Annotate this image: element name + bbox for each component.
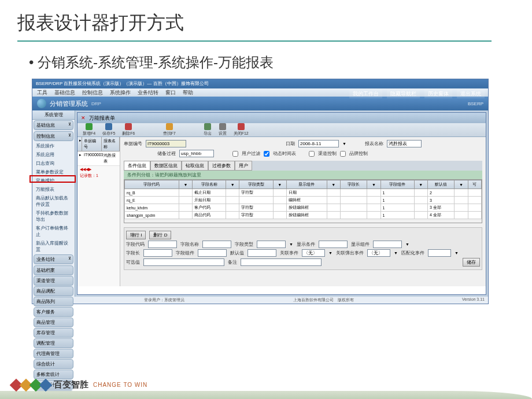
globe-icon (37, 99, 46, 108)
sidebar-item-ordermaint[interactable]: 定单维护 (32, 176, 75, 185)
section-alloc[interactable]: 商品调配 (34, 286, 73, 296)
table-row[interactable]: rq_B截止日期字符型日期12 (125, 189, 482, 197)
export-button[interactable]: 导出 (202, 123, 213, 137)
sidebar-item-newprod[interactable]: 新品入库提醒设置 (32, 239, 75, 254)
input-remark[interactable] (241, 258, 322, 266)
find-button[interactable]: 查找F7 (161, 123, 178, 137)
menu-sysop[interactable]: 系统操作 (110, 89, 131, 96)
table-row[interactable]: kehu_khdm客户代码字符型按钮编辑框13 全部 (125, 204, 482, 212)
chevron-down-icon: ⊻ (68, 256, 71, 261)
check-channel[interactable] (309, 151, 315, 157)
input-options[interactable] (143, 258, 224, 266)
group-baseinfo[interactable]: 基础信息⊻ (34, 120, 73, 130)
check-brand[interactable] (340, 151, 346, 157)
section-base[interactable]: 基础档案 (34, 265, 73, 275)
slide-footer: 百变智胜 CHANGE TO WIN (0, 367, 532, 399)
delrow-button[interactable]: 删行 D (149, 231, 171, 239)
store-button[interactable]: 储存 (463, 258, 480, 267)
tab-procparam[interactable]: 过程参数 (208, 161, 235, 171)
table-row[interactable]: rq_E开始日期编辑框13 (125, 197, 482, 204)
delete-button[interactable]: 删除F6 (120, 123, 136, 137)
close-tab-icon[interactable]: ✕ (81, 115, 86, 121)
tab-dataarea[interactable]: 数据区信息 (150, 161, 182, 171)
brand-suffix: BSERP (468, 101, 483, 106)
left-sidebar: 系统管理 基础信息⊻ 控制信息⊻ 系统操作 系统启用 日志查询 菜单参数设定 定… (32, 110, 75, 297)
label-date: 日期 (286, 141, 295, 147)
input-relevent[interactable] (302, 249, 325, 257)
group-bizclose[interactable]: 业务结转⊻ (34, 254, 73, 264)
link-exit[interactable]: 退出系统 (457, 90, 485, 98)
dropdown-icon[interactable]: ▼ (342, 142, 346, 146)
input-fieldcode[interactable] (148, 241, 177, 248)
input-fieldcomp[interactable] (198, 249, 227, 257)
status-bar: 登录用户：系统管理员 上海百胜软件有限公司 版权所有 Version 3.11 (32, 297, 488, 304)
link-hidenav[interactable]: 隐藏导航栏 (387, 90, 420, 98)
add-button[interactable]: 新增F4 (81, 123, 97, 137)
section-custsvc[interactable]: 客户服务 (34, 307, 73, 317)
tab-header: ✕ 万能报表单 (77, 113, 486, 123)
input-fieldname[interactable] (202, 241, 231, 248)
input-showcond[interactable] (319, 241, 348, 248)
section-channel[interactable]: 渠道管理 (34, 276, 73, 286)
brand-logo: 百变智胜 CHANGE TO WIN (12, 379, 147, 390)
breadcrumb-path: 分销系统-系统管理-系统操作-万能报表 (0, 42, 532, 79)
tab-user[interactable]: 用户 (235, 161, 252, 171)
app-window: BSERP/DRP 百胜服装分销系统（演示版）（演示版）— 百胜（中国）服饰有限… (32, 79, 489, 304)
input-default[interactable] (247, 249, 276, 257)
input-fieldlen[interactable] (143, 249, 172, 257)
sidebar-item-prodload[interactable]: 商品默认加载条件设置 (32, 194, 75, 209)
section-inventory[interactable]: 库存管理 (34, 328, 73, 338)
section-agent[interactable]: 代理商管理 (34, 349, 73, 359)
tab-condition[interactable]: 条件信息 (124, 161, 150, 171)
table-row[interactable]: shangpin_spdm商品代码字符型按钮编辑框14 全部 (125, 212, 482, 219)
sidebar-item-menuparam[interactable]: 菜单参数设定 (32, 168, 75, 176)
col-docno[interactable]: 单据编号 (82, 137, 102, 151)
addrow-button[interactable]: 增行 I (126, 231, 146, 239)
input-showcomp[interactable] (373, 241, 402, 248)
check-dynamictime[interactable] (264, 151, 269, 157)
menu-biz[interactable]: 业务结转 (138, 89, 158, 96)
input-sp[interactable] (179, 150, 214, 157)
sidebar-item-log[interactable]: 日志查询 (32, 159, 75, 168)
tab-drill[interactable]: 钻取信息 (182, 161, 208, 171)
section-display[interactable]: 商品陈列 (34, 297, 73, 306)
section-prodmgmt[interactable]: 商品管理 (34, 317, 73, 327)
sidebar-item-handheld[interactable]: 手持机参数数据导出 (32, 209, 75, 224)
close-button[interactable]: 关闭F12 (232, 123, 250, 137)
status-company: 上海百胜软件有限公司 版权所有 (293, 297, 354, 303)
top-right-links: 我的工作台 隐藏导航栏 历史窗体 退出系统 (349, 90, 485, 98)
input-fieldtype[interactable] (257, 241, 286, 248)
status-version: Version 3.11 (462, 297, 485, 303)
input-reportname[interactable] (387, 140, 422, 147)
menu-window[interactable]: 窗口 (165, 89, 176, 96)
menu-control[interactable]: 控制信息 (82, 89, 103, 96)
group-hint: 条件列分组：请把列标题拖放到这里 (124, 171, 482, 179)
group-controlinfo[interactable]: 控制信息⊻ (34, 131, 73, 141)
chevron-down-icon: ⊻ (68, 122, 71, 127)
input-relpopup[interactable] (367, 249, 390, 257)
sidebar-item-universalreport[interactable]: 万能报表 (32, 185, 75, 194)
input-docno[interactable] (146, 140, 186, 147)
sidebar-item-orderstop[interactable]: 客户订单销售终止 (32, 224, 75, 239)
sidebar-item-sysstart[interactable]: 系统启用 (32, 150, 75, 159)
sidebar-item-sysop[interactable]: 系统操作 (32, 142, 75, 150)
link-history[interactable]: 历史窗体 (424, 90, 452, 98)
menu-tools[interactable]: 工具 (37, 89, 47, 96)
settings-button[interactable]: 设置 (217, 123, 228, 137)
content-pane: ✕ 万能报表单 新增F4 保存F5 删除F6 查找F7 导出 设置 关闭F12 … (77, 112, 486, 295)
input-matchevent[interactable] (428, 249, 451, 257)
menu-base[interactable]: 基础信息 (54, 89, 75, 96)
section-allocmgmt[interactable]: 调配管理 (34, 338, 73, 348)
input-date[interactable] (298, 140, 339, 147)
link-workbench[interactable]: 我的工作台 (349, 90, 382, 98)
check-userfilter[interactable] (232, 151, 238, 157)
condition-grid[interactable]: 字段代码▼ 字段名称▼ 字段类型▼ 显示组件▼ 字段长▼ 字段组件▼ 默认值▼ … (124, 179, 482, 223)
detail-panel: 单据编号 日期 ▼ 报表名称 储备过程 (120, 137, 486, 286)
list-row[interactable]: ▸ IT9000003 鸿胜报表 (77, 152, 120, 166)
menu-help[interactable]: 帮助 (183, 89, 193, 96)
col-reportname[interactable]: 报表名称 (102, 137, 120, 151)
app-header: 分销管理系统 DRP BSERP (32, 97, 488, 110)
window-titlebar: BSERP/DRP 百胜服装分销系统（演示版）（演示版）— 百胜（中国）服饰有限… (32, 79, 488, 88)
save-button[interactable]: 保存F5 (101, 123, 117, 137)
label-reportname: 报表名称 (365, 141, 383, 147)
